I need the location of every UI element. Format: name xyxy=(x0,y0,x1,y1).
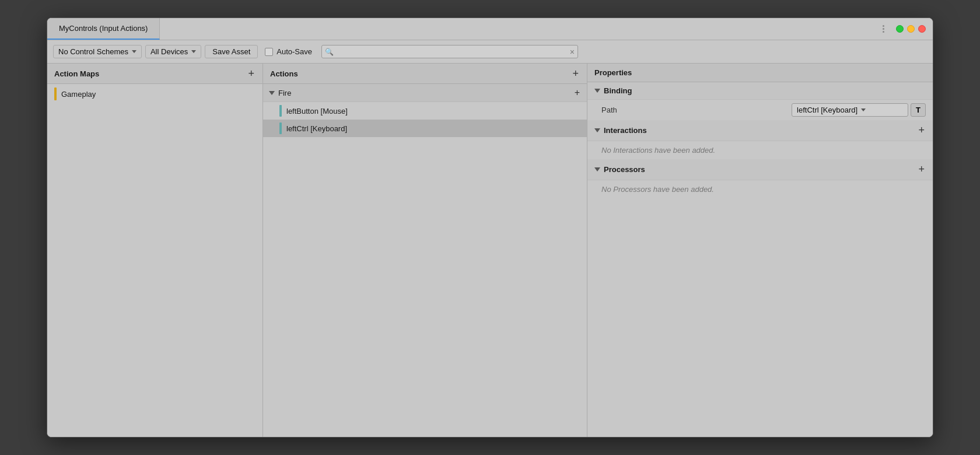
add-action-button[interactable]: + xyxy=(571,68,580,79)
traffic-lights xyxy=(896,25,926,33)
binding-indicator xyxy=(279,123,282,134)
gameplay-indicator xyxy=(54,88,57,100)
path-value-area: leftCtrl [Keyboard] T xyxy=(792,103,926,117)
chevron-down-icon xyxy=(191,50,196,53)
path-value: leftCtrl [Keyboard] xyxy=(797,106,858,114)
interactions-empty-note: No Interactions have been added. xyxy=(587,141,933,159)
red-dot[interactable] xyxy=(918,25,926,33)
add-fire-binding-button[interactable]: + xyxy=(573,88,581,98)
main-area: Action Maps + Gameplay Actions + Fire + xyxy=(47,64,933,437)
expand-processors-icon xyxy=(594,167,600,172)
actions-title: Actions xyxy=(270,69,298,78)
title-bar: MyControls (Input Actions) xyxy=(47,18,933,40)
expand-fire-icon xyxy=(269,91,275,95)
properties-panel: Properties Binding Path leftCtrl [Keyboa… xyxy=(587,64,933,437)
search-input[interactable] xyxy=(321,45,578,58)
window-title: MyControls (Input Actions) xyxy=(59,24,148,33)
fire-action-group[interactable]: Fire + xyxy=(263,84,587,102)
toolbar: No Control Schemes All Devices Save Asse… xyxy=(47,40,933,64)
window-menu-button[interactable] xyxy=(879,23,888,35)
title-tab[interactable]: MyControls (Input Actions) xyxy=(47,18,160,40)
no-control-schemes-label: No Control Schemes xyxy=(58,47,128,56)
gameplay-label: Gameplay xyxy=(61,90,96,99)
path-dropdown[interactable]: leftCtrl [Keyboard] xyxy=(792,103,908,117)
action-maps-panel: Action Maps + Gameplay xyxy=(47,64,263,437)
path-chevron-icon xyxy=(861,108,866,111)
no-control-schemes-dropdown[interactable]: No Control Schemes xyxy=(53,45,142,58)
properties-title: Properties xyxy=(594,68,632,77)
chevron-down-icon xyxy=(132,50,136,53)
auto-save-checkbox[interactable] xyxy=(265,48,273,56)
main-window: MyControls (Input Actions) No Control Sc… xyxy=(47,18,933,438)
yellow-dot[interactable] xyxy=(907,25,915,33)
auto-save-label: Auto-Save xyxy=(276,47,312,56)
green-dot[interactable] xyxy=(896,25,904,33)
binding-left-ctrl-keyboard[interactable]: leftCtrl [Keyboard] xyxy=(263,120,587,137)
all-devices-label: All Devices xyxy=(150,47,188,56)
processors-section-row: Processors + xyxy=(587,159,933,180)
fire-action-label: Fire xyxy=(278,89,291,97)
properties-header: Properties xyxy=(587,64,933,82)
save-asset-button[interactable]: Save Asset xyxy=(205,45,258,58)
actions-header: Actions + xyxy=(263,64,587,84)
actions-panel: Actions + Fire + leftButton [Mouse] left… xyxy=(263,64,587,437)
path-t-button[interactable]: T xyxy=(911,103,926,117)
expand-binding-icon xyxy=(594,89,600,93)
binding-indicator xyxy=(279,105,282,117)
binding-left-button-mouse[interactable]: leftButton [Mouse] xyxy=(263,102,587,120)
add-action-map-button[interactable]: + xyxy=(247,68,256,79)
add-interaction-button[interactable]: + xyxy=(917,124,926,136)
all-devices-dropdown[interactable]: All Devices xyxy=(145,45,201,58)
search-icon: 🔍 xyxy=(325,48,334,56)
action-maps-title: Action Maps xyxy=(54,69,99,78)
title-bar-right xyxy=(879,18,933,40)
action-maps-header: Action Maps + xyxy=(47,64,262,84)
processors-section-title: Processors xyxy=(604,165,645,174)
path-property-row: Path leftCtrl [Keyboard] T xyxy=(587,100,933,120)
search-clear-button[interactable]: × xyxy=(570,47,575,57)
binding-left-button-mouse-label: leftButton [Mouse] xyxy=(286,107,348,116)
add-processor-button[interactable]: + xyxy=(917,163,926,176)
search-area: 🔍 × xyxy=(321,45,578,58)
path-label: Path xyxy=(601,106,636,114)
auto-save-area: Auto-Save xyxy=(265,47,312,56)
interactions-section-title: Interactions xyxy=(604,126,647,135)
interactions-section-row: Interactions + xyxy=(587,120,933,141)
action-map-gameplay[interactable]: Gameplay xyxy=(47,84,262,104)
expand-interactions-icon xyxy=(594,128,600,132)
binding-section-row: Binding xyxy=(587,82,933,100)
binding-section-title: Binding xyxy=(604,86,632,95)
binding-left-ctrl-keyboard-label: leftCtrl [Keyboard] xyxy=(286,124,347,133)
processors-empty-note: No Processors have been added. xyxy=(587,180,933,198)
